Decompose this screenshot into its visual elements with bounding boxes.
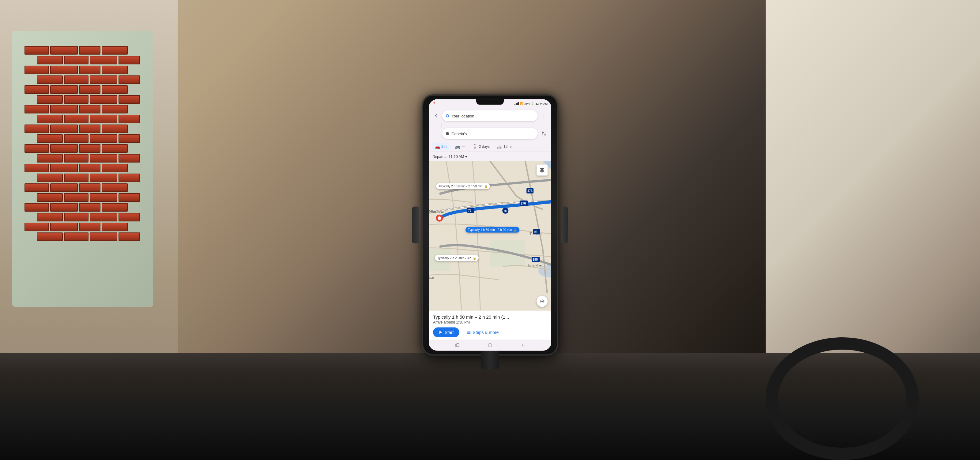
action-row: Start Steps & more bbox=[433, 327, 547, 337]
walk-duration: 2 days bbox=[479, 144, 490, 149]
phone-screen: 📍 📶 33% 🔋 12:44 AM bbox=[429, 99, 551, 351]
destination-field[interactable]: Cabela's bbox=[442, 128, 538, 139]
walk-icon: 🚶 bbox=[473, 144, 478, 149]
start-label: Start bbox=[445, 330, 454, 335]
bike-icon: 🚲 bbox=[497, 144, 502, 149]
car-duration: 2 hr bbox=[441, 144, 448, 149]
depart-row: Depart at 11:10 AM ▾ bbox=[429, 152, 551, 161]
from-location-text: Your location bbox=[452, 113, 534, 118]
svg-text:78: 78 bbox=[468, 209, 472, 212]
android-recent-button[interactable] bbox=[454, 342, 460, 348]
maps-container: Your location ⋮ Cabela's bbox=[429, 108, 551, 351]
steering-wheel bbox=[766, 337, 919, 460]
route-label-2-selected[interactable]: Typically 1 h 50 min - 2 h 20 min 🔒 bbox=[466, 227, 519, 232]
route-label-3[interactable]: Typically 2 h 20 min - 3 h 🔒 bbox=[435, 255, 479, 261]
route-3-text: Typically 2 h 20 min - 3 h bbox=[438, 256, 471, 260]
clamp-left bbox=[412, 207, 419, 243]
svg-text:Wilmington: Wilmington bbox=[429, 276, 434, 280]
nav-top: Your location ⋮ Cabela's bbox=[429, 108, 551, 142]
swap-directions-button[interactable] bbox=[539, 129, 548, 138]
transport-bike[interactable]: 🚲 12 hr bbox=[494, 143, 515, 150]
transit-duration: — bbox=[461, 144, 465, 149]
depart-chevron: ▾ bbox=[465, 155, 467, 159]
route-time-text: Typically 1 h 50 min – 2 h 20 min (1... bbox=[433, 314, 547, 319]
android-back-button[interactable] bbox=[520, 342, 526, 348]
back-button[interactable] bbox=[432, 112, 441, 120]
destination-text: Cabela's bbox=[452, 131, 534, 136]
depart-label: Depart at 11:10 AM bbox=[433, 155, 464, 159]
route-2-lock-icon: 🔒 bbox=[514, 228, 517, 231]
from-location-field[interactable]: Your location bbox=[442, 110, 538, 121]
bottom-panel: Typically 1 h 50 min – 2 h 20 min (1... … bbox=[429, 311, 551, 340]
svg-text:78: 78 bbox=[503, 209, 506, 212]
more-options-button[interactable]: ⋮ bbox=[539, 112, 548, 120]
battery-icon: 🔋 bbox=[531, 102, 534, 105]
from-location-dot bbox=[446, 114, 449, 117]
transport-walk[interactable]: 🚶 2 days bbox=[469, 143, 493, 150]
arrive-time-text: Arrive around 1:30 PM bbox=[433, 320, 547, 324]
route-connector bbox=[442, 123, 442, 128]
wifi-icon: 📶 bbox=[520, 102, 523, 105]
nav-row1: Your location ⋮ bbox=[432, 110, 548, 121]
map-layer-button[interactable] bbox=[536, 165, 547, 176]
status-bar-right: 📶 33% 🔋 12:44 AM bbox=[514, 102, 547, 105]
my-location-button[interactable] bbox=[536, 296, 547, 307]
android-navbar bbox=[429, 340, 551, 351]
transport-car[interactable]: 🚗 2 hr bbox=[432, 143, 451, 150]
svg-text:476: 476 bbox=[527, 190, 533, 193]
route-1-text: Typically 2 h 10 min - 2 h 50 min bbox=[439, 185, 482, 188]
svg-text:95: 95 bbox=[534, 230, 538, 234]
status-location-icon: 📍 bbox=[433, 102, 436, 105]
depart-time-button[interactable]: Depart at 11:10 AM ▾ bbox=[433, 155, 467, 159]
svg-point-28 bbox=[541, 300, 543, 302]
svg-marker-30 bbox=[439, 331, 442, 334]
start-navigation-button[interactable]: Start bbox=[433, 327, 460, 337]
transit-icon: 🚌 bbox=[455, 144, 460, 149]
route-1-lock-icon: 🔒 bbox=[484, 185, 488, 188]
brick-wall bbox=[24, 46, 141, 261]
route-label-1[interactable]: Typically 2 h 10 min - 2 h 50 min 🔒 bbox=[436, 184, 490, 189]
svg-text:Toms River: Toms River bbox=[527, 264, 543, 267]
battery-level: 33% bbox=[524, 102, 530, 105]
transport-bar: 🚗 2 hr 🚌 — 🚶 2 days 🚲 12 hr bbox=[429, 142, 551, 152]
map-area[interactable]: 🚗 Allentown Reading Trenton Toms River W… bbox=[429, 161, 551, 311]
svg-text:Allentown: Allentown bbox=[429, 209, 445, 214]
clamp-right bbox=[561, 207, 568, 243]
android-home-button[interactable] bbox=[487, 342, 493, 348]
svg-point-6 bbox=[438, 216, 441, 220]
destination-dot bbox=[446, 132, 449, 135]
phone-notch bbox=[476, 99, 504, 105]
time-display: 12:44 AM bbox=[536, 102, 547, 105]
svg-text:195: 195 bbox=[533, 258, 538, 261]
steps-label: Steps & more bbox=[473, 330, 499, 335]
steps-more-button[interactable]: Steps & more bbox=[463, 327, 503, 337]
svg-point-36 bbox=[488, 343, 492, 347]
nav-row2: Cabela's bbox=[432, 128, 548, 139]
transport-transit[interactable]: 🚌 — bbox=[452, 143, 468, 150]
phone-mount: 📍 📶 33% 🔋 12:44 AM bbox=[429, 99, 551, 351]
route-3-lock-icon: 🔒 bbox=[473, 257, 476, 260]
car-icon: 🚗 bbox=[435, 144, 440, 149]
route-2-text: Typically 1 h 50 min - 2 h 20 min bbox=[468, 228, 512, 231]
svg-text:276: 276 bbox=[520, 202, 526, 205]
signal-icon bbox=[514, 102, 519, 105]
bike-duration: 12 hr bbox=[503, 144, 512, 149]
